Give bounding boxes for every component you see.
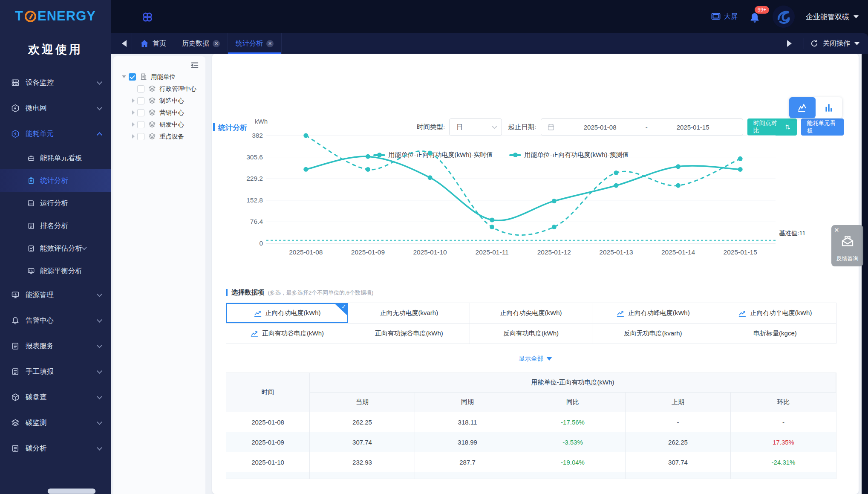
sidebar-item-3[interactable]: 能源管理: [0, 282, 111, 308]
sidebar-item-8[interactable]: 碳监测: [0, 410, 111, 436]
tree-root-row[interactable]: 用能单位: [113, 71, 205, 83]
refresh-icon[interactable]: [810, 39, 819, 48]
tree-expand-icon[interactable]: [132, 98, 135, 103]
tab-bar: 首页历史数据✕统计分析✕: [111, 33, 868, 54]
checkbox-unchecked[interactable]: [137, 85, 144, 92]
org-dropdown[interactable]: 企业能管双碳: [806, 12, 859, 22]
chevron-down-icon[interactable]: [854, 42, 859, 45]
tree-collapse-icon[interactable]: [190, 61, 199, 70]
tree-expand-icon[interactable]: [132, 134, 135, 139]
chevron-down-icon: [97, 105, 102, 110]
tab-1[interactable]: 历史数据✕: [174, 33, 228, 54]
brand-at-icon: [25, 11, 36, 22]
sidebar-subitem-3[interactable]: 排名分析: [0, 214, 111, 237]
sidebar-item-2[interactable]: 能耗单元: [0, 121, 111, 147]
avatar[interactable]: [773, 6, 795, 28]
data-item-3[interactable]: 正向有功峰电度(kWh): [592, 303, 714, 324]
sidebar-subitem-0[interactable]: 能耗单元看板: [0, 147, 111, 169]
sidebar-item-6[interactable]: 手工填报: [0, 359, 111, 384]
tree-expand-icon[interactable]: [132, 122, 135, 127]
sidebar-subitem-2[interactable]: 运行分析: [0, 192, 111, 214]
sidebar-subitem-1[interactable]: 统计分析: [0, 169, 111, 192]
table-subheader: 同比: [520, 393, 626, 412]
data-item-9[interactable]: 电折标量(kgce): [714, 324, 836, 344]
chevron-down-icon: [97, 79, 102, 85]
tree-node-row[interactable]: 制造中心: [113, 95, 205, 107]
big-screen-button[interactable]: 大屏: [711, 12, 738, 22]
doc-icon: [11, 367, 20, 376]
cube-icon: [11, 393, 20, 402]
sidebar-item-1[interactable]: 微电网: [0, 95, 111, 121]
notifications-button[interactable]: 99+: [749, 9, 761, 24]
tree-expand-icon[interactable]: [122, 75, 126, 78]
chevron-down-icon: [97, 419, 102, 425]
checkbox-unchecked[interactable]: [137, 109, 144, 116]
sidebar-item-0[interactable]: 设备监控: [0, 70, 111, 95]
tab-0[interactable]: 首页: [132, 33, 174, 54]
chevron-down-icon: [97, 343, 102, 348]
data-item-4[interactable]: 正向有功平电度(kWh): [714, 303, 836, 324]
close-operations-dropdown[interactable]: 关闭操作: [823, 39, 850, 48]
apps-icon[interactable]: [141, 11, 153, 23]
sidebar-subitem-label: 能耗单元看板: [40, 153, 82, 163]
data-item-label: 正向无功电度(kvarh): [380, 309, 438, 317]
layers-icon: [148, 97, 156, 104]
sidebar-item-label: 碳监测: [26, 418, 98, 428]
checkbox-unchecked[interactable]: [137, 133, 144, 140]
avatar-logo: [773, 6, 795, 28]
svg-text:0: 0: [259, 240, 263, 247]
triangle-down-icon: [546, 357, 552, 361]
sidebar-collapse-icon[interactable]: [8, 475, 19, 486]
chevron-down-icon: [97, 292, 102, 297]
table-subheader: 同期: [415, 393, 520, 412]
line-chart: kWh076.4152.8229.2305.63822025-01-082025…: [239, 115, 844, 262]
table-cell: 262.25: [626, 432, 731, 452]
tree-node-row[interactable]: 行政管理中心: [113, 83, 205, 95]
tree-node-row[interactable]: 营销中心: [113, 107, 205, 118]
sidebar-item-5[interactable]: 报表服务: [0, 333, 111, 359]
sidebar-subitem-5[interactable]: 能源平衡分析: [0, 260, 111, 282]
tree-node-row[interactable]: 重点设备: [113, 130, 205, 142]
sidebar-item-7[interactable]: 碳盘查: [0, 384, 111, 410]
data-item-0[interactable]: 正向有功电度(kWh)✓: [226, 303, 348, 324]
svg-text:kWh: kWh: [255, 118, 268, 125]
svg-text:2025-01-14: 2025-01-14: [661, 248, 695, 256]
data-item-1[interactable]: 正向无功电度(kvarh): [348, 303, 470, 324]
data-item-2[interactable]: 正向有功尖电度(kWh): [470, 303, 592, 324]
tabs-scroll-right-icon[interactable]: [787, 40, 792, 47]
chevron-down-icon: [854, 15, 859, 18]
data-item-8[interactable]: 反向无功电度(kvarh): [592, 324, 714, 344]
sidebar-item-9[interactable]: 碳分析: [0, 436, 111, 461]
data-item-label: 电折标量(kgce): [753, 329, 797, 338]
statistics-panel: 统计分析 时间类型: 日 起止日期: 2025-01-08 - 2025-01-…: [212, 54, 859, 494]
kanban-icon: [27, 154, 35, 162]
tab-2[interactable]: 统计分析✕: [228, 33, 282, 54]
table-group-header: 用能单位-正向有功电度(kWh): [310, 373, 836, 393]
table-cell: -19.04%: [520, 452, 626, 472]
svg-text:2025-01-12: 2025-01-12: [537, 248, 571, 256]
sidebar-subitem-label: 排名分析: [40, 221, 68, 231]
tabs-scroll-left-icon[interactable]: [122, 40, 127, 47]
sidebar-item-4[interactable]: 告警中心: [0, 308, 111, 333]
data-item-6[interactable]: 正向有功深谷电度(kWh): [348, 324, 470, 344]
checkbox-unchecked[interactable]: [137, 97, 144, 104]
table-cell: 232.93: [310, 452, 415, 472]
tree-node-row[interactable]: 研发中心: [113, 118, 205, 130]
table-cell: -24.31%: [731, 452, 836, 472]
close-icon[interactable]: ✕: [834, 226, 839, 234]
tab-close-icon[interactable]: ✕: [213, 40, 220, 47]
data-item-section-header: 选择数据项 (多选，最多选择2个不同单位的,6个数据项): [226, 288, 373, 297]
tree-expand-icon[interactable]: [132, 110, 135, 115]
table-cell: [415, 472, 520, 479]
checkbox-unchecked[interactable]: [137, 121, 144, 128]
show-all-label: 显示全部: [519, 355, 543, 363]
tab-close-icon[interactable]: ✕: [266, 40, 274, 47]
show-all-link[interactable]: 显示全部: [212, 355, 859, 363]
sidebar-subitem-label: 能源平衡分析: [40, 266, 82, 276]
svg-text:2025-01-10: 2025-01-10: [413, 248, 447, 256]
data-item-7[interactable]: 反向有功电度(kWh): [470, 324, 592, 344]
data-item-5[interactable]: 正向有功谷电度(kWh): [226, 324, 348, 344]
checkbox-checked[interactable]: [129, 73, 136, 81]
feedback-widget[interactable]: ✕ 反馈咨询: [831, 225, 863, 266]
sidebar-subitem-4[interactable]: 能效评估分析: [0, 237, 111, 260]
